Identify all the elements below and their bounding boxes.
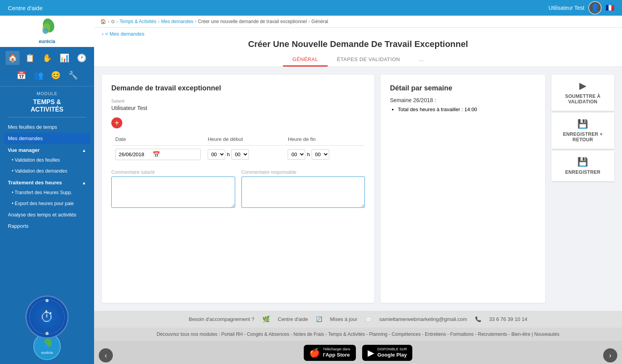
save-return-icon: 💾 [577, 119, 588, 129]
clock-graphic: ⏱ [25, 296, 69, 339]
footer-aide-link[interactable]: Centre d'aide [278, 316, 308, 322]
breadcrumb-sep4: › [195, 19, 196, 24]
main-layout: eurécia 🏠 📋 ✋ 📊 🕐 📅 👥 😊 🔧 MODULE TEMPS &… [0, 16, 622, 364]
comment-responsable-label: Commentaire responsable [241, 169, 365, 175]
h-sep1: h [227, 151, 230, 157]
modules-text: Découvrez tous nos modules : Portail RH … [157, 332, 559, 337]
table-row: 📅 000102 h 00153045 [112, 146, 364, 162]
logo-icon [38, 18, 56, 37]
nav-icon-docs[interactable]: 📋 [23, 51, 37, 65]
col-date: Date [112, 135, 204, 146]
flag-icon[interactable]: 🇫🇷 [606, 4, 614, 12]
tab-validation[interactable]: ÉTAPES DE VALIDATION [328, 53, 410, 67]
submit-label: SOUMETTRE ÀVALIDATION [565, 94, 601, 105]
col-heure-debut: Heure de début [205, 135, 284, 146]
sidebar-item-feuilles[interactable]: Mes feuilles de temps [4, 121, 90, 133]
sidebar-item-validation-demandes[interactable]: • Validation des demandes [4, 166, 90, 177]
refresh-icon: 🔄 [316, 316, 322, 322]
breadcrumb-demandes[interactable]: Mes demandes [161, 19, 193, 24]
tabs-bar: GÉNÉRAL ÉTAPES DE VALIDATION ... [102, 53, 614, 67]
save-return-label: ENREGISTRER +RETOUR [563, 132, 603, 142]
save-return-button[interactable]: 💾 ENREGISTRER +RETOUR [551, 113, 614, 149]
save-button[interactable]: 💾 ENREGISTRER [551, 151, 614, 182]
sidebar-item-analyse[interactable]: Analyse des temps et activités [4, 209, 90, 220]
sidebar-item-export[interactable]: • Export des heures pour paie [4, 198, 90, 209]
sidebar-item-vue-manager[interactable]: Vue manager▲ [4, 144, 90, 155]
add-row-button[interactable]: + [111, 117, 122, 128]
back-link[interactable]: ‹ < Mes demandes [102, 31, 144, 37]
breadcrumb-sep2: › [116, 19, 118, 24]
tab-general[interactable]: GÉNÉRAL [283, 53, 328, 67]
sidebar-item-demandes[interactable]: Mes demandes [4, 133, 90, 144]
col-heure-fin: Heure de fin [285, 135, 364, 146]
heure-debut-group: 000102 h 00153045 [208, 149, 281, 160]
header-user: Utilisateur Test 👤 🇫🇷 [548, 1, 614, 14]
breadcrumb-temps[interactable]: Temps & Activités [120, 19, 156, 24]
nav-icon-smile[interactable]: 😊 [49, 68, 63, 82]
nav-icon-hand[interactable]: ✋ [40, 51, 54, 65]
submit-validation-button[interactable]: ▶ SOUMETTRE ÀVALIDATION [551, 75, 614, 111]
heure-fin-h[interactable]: 000102 [288, 149, 305, 160]
sidebar-logo: eurécia [0, 16, 94, 47]
green-leaf-icon: 🌿 [262, 315, 270, 323]
breadcrumb: 🏠 › ⊙ › Temps & Activités › Mes demandes… [94, 16, 622, 28]
accompagnement-text: Besoin d'accompagnement ? [189, 316, 254, 322]
sidebar-module-title: TEMPS &ACTIVITÉS [0, 98, 94, 117]
heure-debut-m[interactable]: 00153045 [231, 149, 249, 160]
nav-icon-users[interactable]: 👥 [31, 68, 45, 82]
sidebar-item-rapports[interactable]: Rapports [4, 220, 90, 232]
action-panel: ▶ SOUMETTRE ÀVALIDATION 💾 ENREGISTRER +R… [551, 75, 614, 303]
date-input-wrap: 📅 [115, 149, 201, 160]
sidebar-divider [8, 117, 86, 117]
sidebar-menu: Mes feuilles de temps Mes demandes Vue m… [0, 121, 94, 232]
sidebar-module-label: MODULE [0, 86, 94, 98]
nav-icon-gear[interactable]: 🔧 [66, 68, 80, 82]
detail-section-title: Détail par semaine [390, 84, 536, 92]
comment-responsable-input[interactable] [241, 177, 365, 208]
sidebar-item-transfert[interactable]: • Transfert des Heures Supp. [4, 187, 90, 198]
breadcrumb-home[interactable]: 🏠 [100, 19, 106, 24]
nav-icon-calendar[interactable]: 📅 [14, 68, 28, 82]
mail-icon: ✉️ [365, 316, 372, 322]
footer-mises-link[interactable]: Mises à jour [330, 316, 357, 322]
breadcrumb-sep1: › [108, 19, 109, 24]
breadcrumb-general: Général [312, 19, 328, 24]
heure-debut-cell: 000102 h 00153045 [205, 146, 284, 162]
heure-fin-m[interactable]: 00153045 [312, 149, 329, 160]
comment-salarie-input[interactable] [111, 177, 235, 208]
sidebar-logo-bottom-text: eurécia [41, 351, 53, 355]
svg-point-4 [44, 344, 48, 348]
breadcrumb-sep5: › [308, 19, 310, 24]
nav-icon-chart[interactable]: 📊 [57, 51, 71, 65]
sidebar-item-traitement-heures[interactable]: Traitement des heures▲ [4, 177, 90, 187]
save-icon: 💾 [577, 157, 588, 167]
page-title: Créer Une Nouvelle Demande De Travail Ex… [102, 37, 614, 53]
form-left: Demande de travail exceptionnel Salarié … [102, 75, 374, 303]
date-input[interactable] [119, 151, 150, 157]
sidebar-bottom: ⏱ eurécia [0, 292, 94, 364]
header-title: Centre d'aide [8, 5, 43, 11]
sidebar-item-validation-feuilles[interactable]: • Validation des feuilles [4, 155, 90, 166]
footer-top: Besoin d'accompagnement ? 🌿 Centre d'aid… [94, 311, 622, 328]
week-detail-list: Total des heures à travailler : 14:00 [398, 106, 536, 112]
calendar-icon[interactable]: 📅 [152, 151, 160, 158]
nav-prev-arrow[interactable]: ‹ [99, 348, 113, 362]
breadcrumb-sep3: › [158, 19, 160, 24]
date-cell: 📅 [112, 146, 204, 162]
comment-responsable-col: Commentaire responsable [241, 169, 365, 209]
week-detail-item: Total des heures à travailler : 14:00 [398, 106, 536, 112]
heure-debut-h[interactable]: 000102 [208, 149, 225, 160]
comment-salarie-label: Commentaire salarié [111, 169, 235, 175]
nav-icon-clock[interactable]: 🕐 [74, 51, 89, 65]
comment-salarie-col: Commentaire salarié [111, 169, 235, 209]
footer-phone: 33 6 76 39 10 14 [489, 316, 528, 322]
avatar[interactable]: 👤 [588, 1, 602, 14]
nav-next-arrow[interactable]: › [603, 348, 617, 362]
back-link-label[interactable]: < Mes demandes [105, 31, 144, 37]
page-body: Demande de travail exceptionnel Salarié … [94, 67, 622, 311]
footer-email-link[interactable]: samieltamerwebmarketing@gmail.com [379, 316, 467, 322]
save-label: ENREGISTRER [565, 169, 600, 175]
nav-icon-home[interactable]: 🏠 [5, 51, 20, 65]
tab-more[interactable]: ... [410, 53, 433, 67]
sidebar: eurécia 🏠 📋 ✋ 📊 🕐 📅 👥 😊 🔧 MODULE TEMPS &… [0, 16, 94, 364]
